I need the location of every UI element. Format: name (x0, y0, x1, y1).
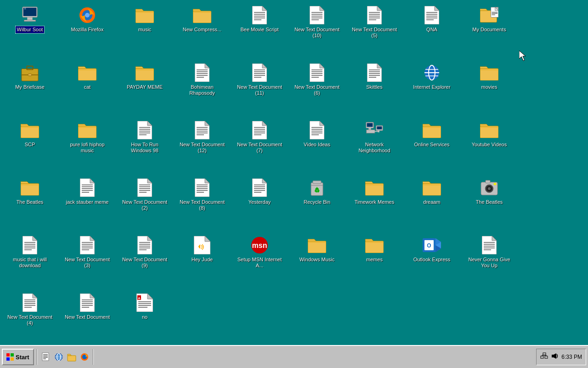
desktop-icon-new-text-doc-7[interactable]: New Text Document (7) (232, 117, 287, 172)
desktop-icon-video-ideas[interactable]: Video Ideas (289, 117, 345, 172)
desktop-icon-new-text-doc-9[interactable]: New Text Document (9) (117, 232, 172, 288)
desktop-icon-bee-movie-script[interactable]: Bee Movie Script (232, 2, 287, 58)
taskbar-icon-ie[interactable] (53, 351, 64, 362)
svg-rect-245 (6, 357, 10, 361)
svg-marker-27 (377, 6, 382, 11)
desktop-icon-mozilla-firefox[interactable]: Mozilla Firefox (60, 2, 115, 58)
icon-label-my-documents: My Documents (471, 26, 507, 33)
desktop-icon-pure-lofi[interactable]: pure lofi hiphop music (60, 117, 115, 172)
svg-marker-193 (147, 236, 152, 241)
desktop-icon-windows-music[interactable]: Windows Music (289, 232, 345, 288)
desktop-icon-new-text-doc-12[interactable]: New Text Document (12) (175, 117, 230, 172)
desktop-icon-new-text-doc[interactable]: New Text Document (60, 290, 115, 345)
svg-rect-54 (136, 69, 154, 70)
desktop-icon-scp[interactable]: SCP (2, 117, 57, 172)
svg-rect-165 (313, 181, 321, 184)
desktop-icon-jack-stauber-meme[interactable]: jack stauber meme (60, 175, 115, 230)
folder-icon (21, 178, 39, 197)
tray-icon-network[interactable] (540, 352, 548, 362)
desktop-icon-music-download[interactable]: music that i will download (2, 232, 57, 288)
desktop-icon-yesterday[interactable]: Yesterday (232, 175, 287, 230)
taskbar-divider-2 (93, 349, 94, 365)
desktop-icon-qna[interactable]: QNA (404, 2, 459, 58)
desktop-icon-the-beatles-file[interactable]: The Beatles (462, 175, 517, 230)
icon-label-new-compress: New Compress... (181, 26, 223, 33)
desktop-icon-never-gonna[interactable]: Never Gonna Give You Up (462, 232, 517, 288)
desktop-icon-skittles[interactable]: Skittles (347, 60, 402, 115)
desktop-icon-wilbur-soot[interactable]: Wilbur Soot (2, 2, 57, 58)
desktop-icon-my-documents[interactable]: My Documents (462, 2, 517, 58)
icon-label-cat: cat (83, 84, 92, 91)
icon-label-online-services: Online Services (413, 141, 451, 148)
icon-label-new-text-doc-8: New Text Document (8) (177, 199, 227, 212)
wordpad-icon: A (136, 293, 154, 312)
firefox-icon (78, 6, 96, 24)
desktop-icon-timework-memes[interactable]: Timework Memes (347, 175, 402, 230)
svg-text:A: A (138, 296, 141, 300)
desktop-icon-online-services[interactable]: Online Services (404, 117, 459, 172)
svg-point-7 (85, 13, 90, 17)
desktop-icon-new-compress[interactable]: New Compress... (175, 2, 230, 58)
svg-marker-158 (262, 178, 267, 183)
doc-icon (250, 178, 269, 197)
desktop-icon-new-text-doc-8[interactable]: New Text Document (8) (175, 175, 230, 230)
doc-icon (365, 63, 384, 82)
svg-marker-144 (147, 178, 152, 183)
ie-icon (423, 63, 441, 82)
svg-rect-204 (308, 242, 326, 243)
start-button[interactable]: Start (2, 349, 34, 365)
svg-rect-126 (368, 128, 371, 130)
desktop-icon-new-text-doc-4[interactable]: New Text Document (4) (2, 290, 57, 345)
desktop-icon-new-text-doc-2[interactable]: New Text Document (2) (117, 175, 172, 230)
icon-label-new-text-doc-10: New Text Document (10) (292, 26, 342, 39)
svg-rect-135 (21, 184, 39, 185)
desktop-icon-dreaam[interactable]: dreaam (404, 175, 459, 230)
desktop-icon-bohimean-rhaposody[interactable]: Bohimean Rhaposody (175, 60, 230, 115)
icon-label-how-to-run: How To Run Windows 98 (119, 141, 170, 154)
svg-rect-4 (24, 8, 26, 10)
desktop-icon-new-text-doc-6[interactable]: New Text Document (6) (289, 60, 345, 115)
desktop-icon-cat[interactable]: cat (60, 60, 115, 115)
doc-icon (193, 121, 211, 139)
folder-icon (136, 6, 154, 24)
desktop-icon-payday-meme[interactable]: PAYDAY MEME (117, 60, 172, 115)
taskbar-icon-notepad[interactable] (40, 351, 51, 362)
svg-rect-169 (365, 184, 384, 185)
desktop-icon-internet-explorer[interactable]: Internet Explorer (404, 60, 459, 115)
svg-rect-176 (486, 180, 490, 183)
desktop-icon-new-text-doc-11[interactable]: New Text Document (11) (232, 60, 287, 115)
taskbar-icon-folder[interactable] (66, 351, 77, 362)
svg-marker-20 (320, 6, 324, 11)
desktop-icon-youtube-videos[interactable]: Youtube Videos (462, 117, 517, 172)
desktop: Wilbur Soot Mozilla Firefox music New Co… (0, 0, 588, 345)
doc-icon (193, 178, 211, 197)
desktop-icon-how-to-run[interactable]: How To Run Windows 98 (117, 117, 172, 172)
desktop-icon-hey-jude[interactable]: Hey Jude (175, 232, 230, 288)
icon-label-network-neighborhood: Network Neighborhood (349, 141, 400, 154)
icon-label-bee-movie-script: Bee Movie Script (239, 26, 280, 33)
desktop-icon-no[interactable]: A no (117, 290, 172, 345)
desktop-icon-new-text-doc-5[interactable]: New Text Document (5) (347, 2, 402, 58)
desktop-icon-music[interactable]: music (117, 2, 172, 58)
tray-icon-volume[interactable] (551, 352, 559, 362)
svg-rect-11 (193, 12, 211, 13)
desktop-icon-outlook-express[interactable]: O Outlook Express (404, 232, 459, 288)
svg-marker-13 (262, 6, 267, 11)
icon-label-timework-memes: Timework Memes (353, 199, 396, 206)
taskbar-icon-firefox[interactable] (79, 351, 90, 362)
desktop-icon-new-text-doc-10[interactable]: New Text Document (10) (289, 2, 345, 58)
svg-rect-131 (423, 127, 441, 128)
desktop-icon-my-briefcase[interactable]: My Briefcase (2, 60, 57, 115)
desktop-icon-recycle-bin[interactable]: ♻ Recycle Bin (289, 175, 345, 230)
desktop-icon-setup-msn[interactable]: msn Setup MSN Internet A... (232, 232, 287, 288)
desktop-icon-network-neighborhood[interactable]: Network Neighborhood (347, 117, 402, 172)
desktop-icon-movies[interactable]: movies (462, 60, 517, 115)
svg-marker-179 (33, 236, 37, 241)
desktop-icon-memes[interactable]: memes (347, 232, 402, 288)
desktop-icon-new-text-doc-3[interactable]: New Text Document (3) (60, 232, 115, 288)
svg-rect-262 (543, 353, 546, 355)
desktop-icon-the-beatles-folder[interactable]: The Beatles (2, 175, 57, 230)
icon-label-new-text-doc-5: New Text Document (5) (349, 26, 400, 39)
icon-label-setup-msn: Setup MSN Internet A... (234, 256, 285, 269)
icon-label-payday-meme: PAYDAY MEME (125, 84, 164, 91)
